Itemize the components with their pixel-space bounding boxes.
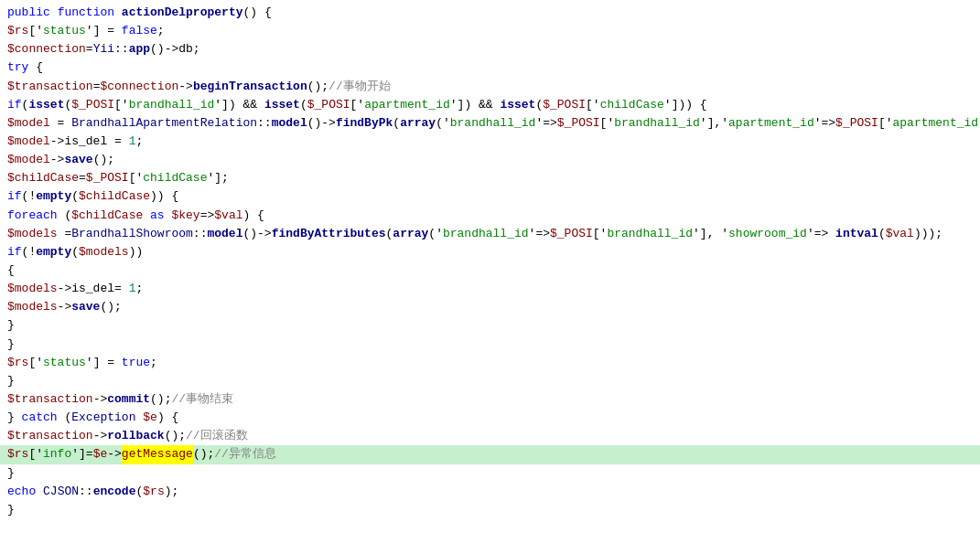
plain-token: = — [93, 78, 101, 96]
plain-token: (); — [193, 445, 214, 464]
plain-token: ) { — [243, 207, 264, 225]
keyword-token: false — [122, 22, 157, 40]
keyword-token: if — [7, 96, 22, 114]
variable-token: $models — [7, 298, 58, 316]
variable-token: $rs — [7, 445, 28, 464]
plain-token: ( — [71, 187, 79, 206]
variable-token: $rs — [7, 22, 28, 40]
code-line: $transaction->commit();//事物结束 — [0, 390, 980, 409]
variable-token: $val — [886, 225, 914, 243]
function-token: actionDelproperty — [122, 4, 243, 22]
variable-token: $childCase — [71, 207, 143, 225]
code-line: } — [0, 372, 980, 390]
plain-token: ']) && — [214, 96, 264, 114]
plain-token: ; — [157, 22, 165, 40]
plain-token: [' — [114, 96, 129, 114]
function-token: intval — [835, 225, 878, 243]
plain-token: )) — [129, 243, 144, 261]
keyword-token: try — [7, 59, 28, 77]
string-token: showroom_id — [728, 225, 807, 243]
string-token: apartment_id — [728, 114, 814, 133]
keyword-token: if — [7, 187, 22, 206]
variable-token: $transaction — [7, 427, 93, 445]
plain-token: ']= — [71, 445, 92, 464]
plain-token: ()->db; — [150, 40, 200, 59]
variable-token: $rs — [7, 354, 28, 372]
plain-token: '=> — [535, 114, 556, 133]
plain-token: ( — [878, 225, 886, 243]
plain-token: (' — [436, 114, 450, 133]
plain-token: '=> — [529, 225, 550, 243]
plain-token: ( — [300, 96, 307, 114]
code-line: $models =BrandhallShowroom::model()->fin… — [0, 225, 980, 243]
code-line: $childCase=$_POSI['childCase']; — [0, 169, 980, 187]
plain-token: = — [79, 169, 86, 187]
plain-token: } — [7, 409, 22, 427]
plain-token: } — [7, 501, 15, 519]
plain-token: [' — [586, 96, 600, 114]
plain-token: ))); — [914, 225, 942, 243]
plain-token: [' — [600, 114, 615, 133]
variable-token: $rs — [143, 483, 164, 501]
plain-token: ( — [58, 207, 72, 225]
string-token: status — [43, 22, 86, 40]
plain-token — [50, 4, 58, 22]
code-line: } — [0, 316, 980, 335]
class-token: BrandhallShowroom — [71, 225, 193, 243]
plain-token: ']) && — [450, 96, 501, 114]
plain-token: } — [7, 464, 15, 483]
variable-token: $childCase — [79, 187, 150, 206]
plain-token: = — [58, 225, 72, 243]
plain-token: '=> — [814, 114, 835, 133]
code-line: $model->is_del = 1; — [0, 133, 980, 151]
code-line: $rs['status'] = true; — [0, 354, 980, 372]
plain-token: [' — [878, 114, 893, 133]
class-token: CJSON — [43, 483, 79, 501]
code-line: public function actionDelproperty() { — [0, 4, 980, 22]
plain-token: [' — [129, 169, 144, 187]
plain-token: [' — [28, 22, 43, 40]
function-token: beginTransaction — [193, 78, 307, 96]
code-line: if(!empty($childCase)) { — [0, 187, 980, 206]
comment-token: //事物开始 — [328, 78, 391, 96]
function-token: save — [64, 151, 92, 169]
plain-token: ; — [135, 133, 143, 151]
variable-token: $key — [171, 207, 199, 225]
plain-token: [' — [350, 96, 365, 114]
plain-token: ( — [71, 243, 79, 261]
class-token: Exception — [71, 409, 135, 427]
number-token: 1 — [129, 133, 136, 151]
string-token: brandhall_id — [450, 114, 536, 133]
function-token: save — [71, 298, 100, 316]
number-token: 1 — [129, 280, 136, 298]
plain-token: '] = — [86, 354, 122, 372]
plain-token: ( — [64, 96, 71, 114]
plain-token — [143, 207, 150, 225]
plain-token: :: — [193, 225, 208, 243]
comment-token: //异常信息 — [214, 445, 276, 464]
function-token: isset — [500, 96, 535, 114]
function-token: rollback — [107, 427, 164, 445]
keyword-token: public — [7, 4, 50, 22]
variable-token: $transaction — [7, 78, 93, 96]
plain-token: => — [200, 207, 215, 225]
variable-token: $_POSI — [835, 114, 878, 133]
string-token: apartment_id — [364, 96, 450, 114]
keyword-token: echo — [7, 483, 36, 501]
variable-token: $connection — [7, 40, 86, 59]
plain-token: } — [7, 316, 15, 335]
plain-token: ) { — [157, 409, 178, 427]
plain-token: ']; — [207, 169, 228, 187]
code-line: $models->is_del= 1; — [0, 280, 980, 298]
code-line: $transaction=$connection->beginTransacti… — [0, 78, 980, 96]
code-line: try { — [0, 59, 980, 77]
variable-token: $model — [7, 151, 50, 169]
plain-token: -> — [107, 445, 122, 464]
code-line: } catch (Exception $e) { — [0, 409, 980, 427]
variable-token: $model — [7, 133, 50, 151]
variable-token: $transaction — [7, 390, 93, 409]
code-line: $model = BrandhallApartmentRelation::mod… — [0, 114, 980, 133]
plain-token: ->is_del = — [50, 133, 129, 151]
plain-token — [165, 207, 172, 225]
plain-token: (); — [150, 390, 171, 409]
